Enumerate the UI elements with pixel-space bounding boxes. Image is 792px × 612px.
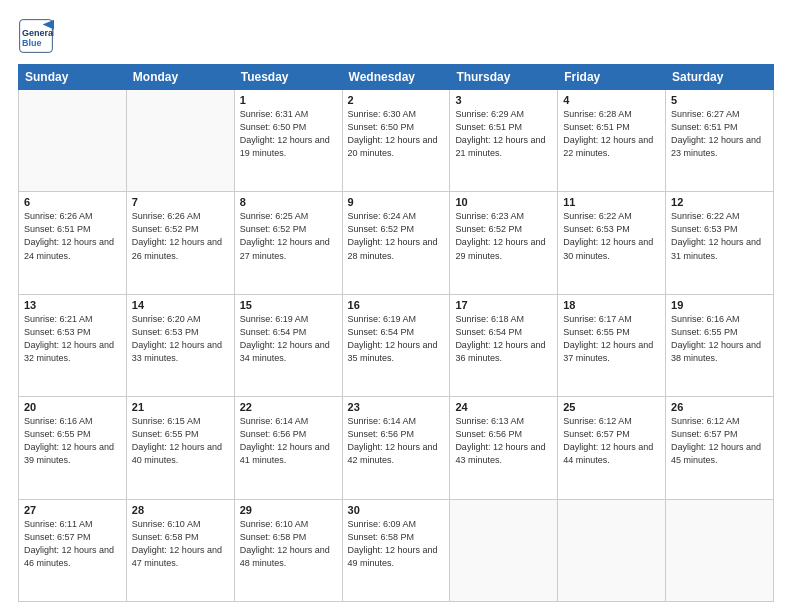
calendar-week-row: 13Sunrise: 6:21 AM Sunset: 6:53 PM Dayli…	[19, 294, 774, 396]
day-number: 26	[671, 401, 768, 413]
calendar-cell: 7Sunrise: 6:26 AM Sunset: 6:52 PM Daylig…	[126, 192, 234, 294]
day-number: 18	[563, 299, 660, 311]
calendar-cell	[450, 499, 558, 601]
calendar-cell: 24Sunrise: 6:13 AM Sunset: 6:56 PM Dayli…	[450, 397, 558, 499]
calendar-cell: 9Sunrise: 6:24 AM Sunset: 6:52 PM Daylig…	[342, 192, 450, 294]
day-number: 27	[24, 504, 121, 516]
day-info: Sunrise: 6:12 AM Sunset: 6:57 PM Dayligh…	[671, 415, 768, 467]
day-number: 17	[455, 299, 552, 311]
day-number: 29	[240, 504, 337, 516]
weekday-header-sunday: Sunday	[19, 65, 127, 90]
calendar-cell: 10Sunrise: 6:23 AM Sunset: 6:52 PM Dayli…	[450, 192, 558, 294]
calendar-cell: 22Sunrise: 6:14 AM Sunset: 6:56 PM Dayli…	[234, 397, 342, 499]
calendar-cell: 11Sunrise: 6:22 AM Sunset: 6:53 PM Dayli…	[558, 192, 666, 294]
day-number: 4	[563, 94, 660, 106]
calendar-cell: 8Sunrise: 6:25 AM Sunset: 6:52 PM Daylig…	[234, 192, 342, 294]
day-info: Sunrise: 6:11 AM Sunset: 6:57 PM Dayligh…	[24, 518, 121, 570]
day-info: Sunrise: 6:22 AM Sunset: 6:53 PM Dayligh…	[671, 210, 768, 262]
calendar-cell: 6Sunrise: 6:26 AM Sunset: 6:51 PM Daylig…	[19, 192, 127, 294]
header: General Blue	[18, 18, 774, 54]
calendar-cell	[126, 90, 234, 192]
svg-text:Blue: Blue	[22, 38, 42, 48]
day-info: Sunrise: 6:14 AM Sunset: 6:56 PM Dayligh…	[348, 415, 445, 467]
day-number: 21	[132, 401, 229, 413]
day-info: Sunrise: 6:27 AM Sunset: 6:51 PM Dayligh…	[671, 108, 768, 160]
day-number: 7	[132, 196, 229, 208]
day-number: 9	[348, 196, 445, 208]
day-number: 20	[24, 401, 121, 413]
calendar-cell: 15Sunrise: 6:19 AM Sunset: 6:54 PM Dayli…	[234, 294, 342, 396]
calendar-week-row: 1Sunrise: 6:31 AM Sunset: 6:50 PM Daylig…	[19, 90, 774, 192]
day-number: 5	[671, 94, 768, 106]
day-number: 24	[455, 401, 552, 413]
weekday-header-tuesday: Tuesday	[234, 65, 342, 90]
calendar-table: SundayMondayTuesdayWednesdayThursdayFrid…	[18, 64, 774, 602]
day-info: Sunrise: 6:18 AM Sunset: 6:54 PM Dayligh…	[455, 313, 552, 365]
calendar-week-row: 27Sunrise: 6:11 AM Sunset: 6:57 PM Dayli…	[19, 499, 774, 601]
calendar-cell: 13Sunrise: 6:21 AM Sunset: 6:53 PM Dayli…	[19, 294, 127, 396]
weekday-header-saturday: Saturday	[666, 65, 774, 90]
calendar-cell: 17Sunrise: 6:18 AM Sunset: 6:54 PM Dayli…	[450, 294, 558, 396]
day-number: 13	[24, 299, 121, 311]
day-number: 1	[240, 94, 337, 106]
day-info: Sunrise: 6:15 AM Sunset: 6:55 PM Dayligh…	[132, 415, 229, 467]
calendar-cell: 12Sunrise: 6:22 AM Sunset: 6:53 PM Dayli…	[666, 192, 774, 294]
calendar-cell: 14Sunrise: 6:20 AM Sunset: 6:53 PM Dayli…	[126, 294, 234, 396]
day-info: Sunrise: 6:23 AM Sunset: 6:52 PM Dayligh…	[455, 210, 552, 262]
day-number: 8	[240, 196, 337, 208]
day-info: Sunrise: 6:19 AM Sunset: 6:54 PM Dayligh…	[348, 313, 445, 365]
calendar-cell: 19Sunrise: 6:16 AM Sunset: 6:55 PM Dayli…	[666, 294, 774, 396]
day-number: 15	[240, 299, 337, 311]
day-info: Sunrise: 6:16 AM Sunset: 6:55 PM Dayligh…	[671, 313, 768, 365]
day-info: Sunrise: 6:28 AM Sunset: 6:51 PM Dayligh…	[563, 108, 660, 160]
day-info: Sunrise: 6:26 AM Sunset: 6:51 PM Dayligh…	[24, 210, 121, 262]
calendar-cell: 4Sunrise: 6:28 AM Sunset: 6:51 PM Daylig…	[558, 90, 666, 192]
day-number: 3	[455, 94, 552, 106]
day-info: Sunrise: 6:10 AM Sunset: 6:58 PM Dayligh…	[240, 518, 337, 570]
calendar-cell: 21Sunrise: 6:15 AM Sunset: 6:55 PM Dayli…	[126, 397, 234, 499]
calendar-cell: 27Sunrise: 6:11 AM Sunset: 6:57 PM Dayli…	[19, 499, 127, 601]
day-info: Sunrise: 6:17 AM Sunset: 6:55 PM Dayligh…	[563, 313, 660, 365]
day-number: 30	[348, 504, 445, 516]
day-info: Sunrise: 6:09 AM Sunset: 6:58 PM Dayligh…	[348, 518, 445, 570]
logo: General Blue	[18, 18, 58, 54]
day-number: 14	[132, 299, 229, 311]
day-number: 28	[132, 504, 229, 516]
calendar-cell: 28Sunrise: 6:10 AM Sunset: 6:58 PM Dayli…	[126, 499, 234, 601]
day-info: Sunrise: 6:30 AM Sunset: 6:50 PM Dayligh…	[348, 108, 445, 160]
day-info: Sunrise: 6:16 AM Sunset: 6:55 PM Dayligh…	[24, 415, 121, 467]
weekday-header-row: SundayMondayTuesdayWednesdayThursdayFrid…	[19, 65, 774, 90]
day-number: 25	[563, 401, 660, 413]
calendar-cell: 20Sunrise: 6:16 AM Sunset: 6:55 PM Dayli…	[19, 397, 127, 499]
day-info: Sunrise: 6:12 AM Sunset: 6:57 PM Dayligh…	[563, 415, 660, 467]
day-info: Sunrise: 6:14 AM Sunset: 6:56 PM Dayligh…	[240, 415, 337, 467]
weekday-header-friday: Friday	[558, 65, 666, 90]
day-info: Sunrise: 6:24 AM Sunset: 6:52 PM Dayligh…	[348, 210, 445, 262]
calendar-cell: 1Sunrise: 6:31 AM Sunset: 6:50 PM Daylig…	[234, 90, 342, 192]
day-info: Sunrise: 6:20 AM Sunset: 6:53 PM Dayligh…	[132, 313, 229, 365]
svg-text:General: General	[22, 28, 54, 38]
calendar-cell	[558, 499, 666, 601]
day-info: Sunrise: 6:31 AM Sunset: 6:50 PM Dayligh…	[240, 108, 337, 160]
day-number: 12	[671, 196, 768, 208]
day-number: 22	[240, 401, 337, 413]
weekday-header-thursday: Thursday	[450, 65, 558, 90]
day-info: Sunrise: 6:13 AM Sunset: 6:56 PM Dayligh…	[455, 415, 552, 467]
calendar-cell: 23Sunrise: 6:14 AM Sunset: 6:56 PM Dayli…	[342, 397, 450, 499]
day-info: Sunrise: 6:21 AM Sunset: 6:53 PM Dayligh…	[24, 313, 121, 365]
day-info: Sunrise: 6:19 AM Sunset: 6:54 PM Dayligh…	[240, 313, 337, 365]
day-info: Sunrise: 6:29 AM Sunset: 6:51 PM Dayligh…	[455, 108, 552, 160]
day-number: 10	[455, 196, 552, 208]
calendar-week-row: 20Sunrise: 6:16 AM Sunset: 6:55 PM Dayli…	[19, 397, 774, 499]
calendar-cell: 16Sunrise: 6:19 AM Sunset: 6:54 PM Dayli…	[342, 294, 450, 396]
day-number: 16	[348, 299, 445, 311]
page: General Blue SundayMondayTuesdayWednesda…	[0, 0, 792, 612]
calendar-cell: 25Sunrise: 6:12 AM Sunset: 6:57 PM Dayli…	[558, 397, 666, 499]
calendar-cell: 2Sunrise: 6:30 AM Sunset: 6:50 PM Daylig…	[342, 90, 450, 192]
logo-icon: General Blue	[18, 18, 54, 54]
day-number: 11	[563, 196, 660, 208]
calendar-cell: 5Sunrise: 6:27 AM Sunset: 6:51 PM Daylig…	[666, 90, 774, 192]
day-number: 23	[348, 401, 445, 413]
day-info: Sunrise: 6:22 AM Sunset: 6:53 PM Dayligh…	[563, 210, 660, 262]
calendar-cell: 18Sunrise: 6:17 AM Sunset: 6:55 PM Dayli…	[558, 294, 666, 396]
